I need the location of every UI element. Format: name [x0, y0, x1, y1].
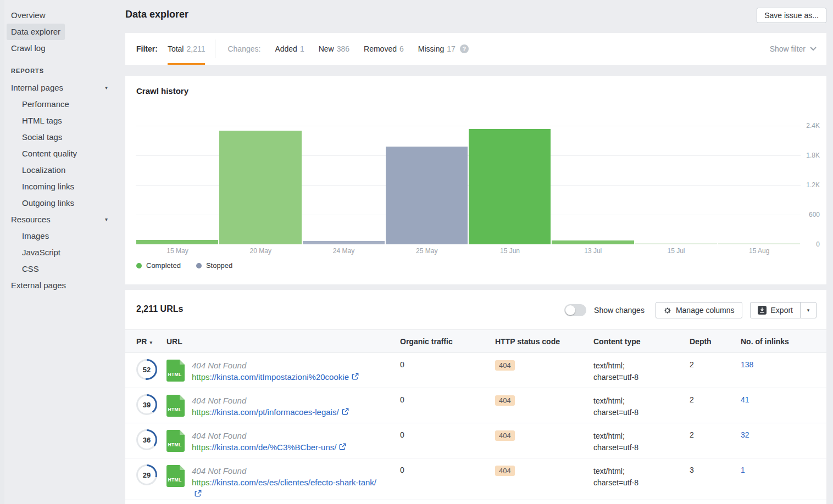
tab-count: 17 — [447, 44, 456, 53]
external-link-icon[interactable] — [339, 443, 346, 450]
urls-count: 2,211 URLs — [136, 304, 183, 314]
column-header-content-type[interactable]: Content type — [593, 337, 690, 346]
html-file-icon-label: HTML — [166, 442, 183, 447]
page-header: Data explorer Save issue as... — [125, 0, 826, 33]
column-header-label: HTTP status code — [495, 337, 560, 346]
content-type-value: text/html; charset=utf-8 — [593, 395, 654, 418]
sidebar-item-external-pages[interactable]: External pages — [7, 277, 112, 294]
chevron-down-icon — [810, 47, 817, 51]
crawl-bar-15-jul[interactable] — [635, 243, 717, 244]
chart-title: Crawl history — [136, 86, 188, 96]
http-status-cell: 404 — [495, 423, 593, 441]
content-type-cell: text/html; charset=utf-8 — [593, 458, 690, 489]
sidebar-item-images[interactable]: Images — [18, 228, 53, 244]
column-header-url[interactable]: URL — [166, 337, 400, 346]
sidebar-item-data-explorer[interactable]: Data explorer — [7, 24, 65, 40]
filter-tab-missing[interactable]: Missing17? — [418, 33, 469, 65]
crawl-bar-25-may[interactable] — [386, 147, 468, 244]
depth-cell: 2 — [690, 353, 741, 369]
legend-dot-icon — [136, 263, 142, 268]
page-404-title: 404 Not Found — [192, 360, 359, 371]
caret-down-icon[interactable]: ▾ — [105, 80, 108, 96]
sidebar-item-incoming-links[interactable]: Incoming links — [18, 178, 79, 195]
sidebar-item-html-tags[interactable]: HTML tags — [18, 113, 66, 129]
external-link-icon[interactable] — [352, 373, 359, 380]
sidebar-item-outgoing-links[interactable]: Outgoing links — [18, 195, 79, 211]
url-scheme: https — [192, 443, 210, 452]
external-link-icon[interactable] — [195, 490, 202, 497]
crawl-bar-15-may[interactable] — [136, 240, 218, 244]
chart-x-tick: 20 May — [219, 247, 302, 255]
sidebar-item-localization[interactable]: Localization — [18, 162, 70, 178]
crawl-bar-13-jul[interactable] — [552, 240, 634, 244]
html-file-icon-label: HTML — [166, 477, 183, 483]
organic-traffic-cell: 0 — [400, 423, 495, 439]
url-link[interactable]: https://kinsta.com/itImpostazioni%20cook… — [192, 371, 359, 383]
crawl-bar-20-may[interactable] — [219, 131, 301, 244]
show-changes-toggle[interactable] — [564, 304, 586, 316]
chart-x-axis: 15 May20 May24 May25 May15 Jun13 Jul15 J… — [136, 247, 801, 256]
sidebar: OverviewData explorerCrawl log REPORTS I… — [4, 7, 125, 294]
sidebar-item-social-tags[interactable]: Social tags — [18, 129, 66, 145]
sidebar-item-crawl-log[interactable]: Crawl log — [7, 40, 50, 57]
sort-caret-icon[interactable]: ▾ — [149, 340, 152, 345]
crawl-bar-15-aug[interactable] — [718, 243, 800, 244]
url-cell: HTML404 Not Foundhttps://kinsta.com/itIm… — [166, 353, 400, 383]
sidebar-item-resources[interactable]: Resources▾ — [7, 211, 112, 228]
export-button[interactable]: Export — [750, 302, 801, 318]
filter-bar: Filter: Total2,211 Changes: Added1New386… — [125, 33, 826, 65]
manage-columns-button[interactable]: Manage columns — [656, 302, 742, 318]
toggle-knob — [565, 305, 575, 315]
sidebar-item-css[interactable]: CSS — [18, 261, 43, 277]
legend-item-stopped[interactable]: Stopped — [196, 261, 232, 270]
pr-score-ring: 39 — [136, 394, 157, 415]
help-icon[interactable]: ? — [460, 44, 469, 53]
show-filter-button[interactable]: Show filter — [770, 44, 826, 53]
chart-x-tick: 25 May — [385, 247, 469, 255]
url-link[interactable]: https://kinsta.com/de/%C3%BCber-uns/ — [192, 441, 346, 453]
url-scheme: https — [192, 372, 210, 382]
inlinks-link[interactable]: 41 — [741, 388, 826, 404]
left-scrollbar[interactable] — [0, 0, 4, 504]
url-link[interactable]: https://kinsta.com/es/es/clientes/efecto… — [192, 477, 385, 500]
column-header-no-of-inlinks[interactable]: No. of inlinks — [741, 337, 826, 346]
chart-legend: CompletedStopped — [136, 261, 232, 270]
url-cell: HTML404 Not Foundhttps://kinsta.com/es/e… — [166, 458, 400, 500]
page-404-title: 404 Not Found — [192, 395, 349, 406]
external-link-icon[interactable] — [342, 408, 349, 415]
column-header-organic-traffic[interactable]: Organic traffic — [400, 337, 495, 346]
status-code-badge: 404 — [495, 466, 515, 476]
crawl-bar-15-jun[interactable] — [469, 129, 551, 244]
sidebar-item-internal-pages[interactable]: Internal pages▾ — [7, 80, 112, 96]
table-row: 52HTML404 Not Foundhttps://kinsta.com/it… — [125, 353, 826, 388]
filter-tab-total[interactable]: Total2,211 — [168, 33, 206, 65]
url-text-block: 404 Not Foundhttps://kinsta.com/es/es/cl… — [192, 465, 385, 500]
column-header-http-status-code[interactable]: HTTP status code — [495, 337, 593, 346]
filter-tab-new[interactable]: New386 — [319, 33, 349, 65]
column-header-depth[interactable]: Depth — [690, 337, 741, 346]
url-link[interactable]: https://kinsta.com/pt/informacoes-legais… — [192, 406, 349, 418]
html-file-icon-label: HTML — [166, 372, 183, 377]
column-header-pr[interactable]: PR▾ — [136, 337, 166, 346]
inlinks-link[interactable]: 138 — [741, 353, 826, 369]
inlinks-link[interactable]: 1 — [741, 458, 826, 474]
sidebar-item-javascript[interactable]: JavaScript — [18, 244, 65, 261]
filter-tab-removed[interactable]: Removed6 — [364, 33, 404, 65]
inlinks-link[interactable]: 32 — [741, 423, 826, 439]
legend-dot-icon — [196, 263, 202, 268]
export-dropdown-button[interactable]: ▾ — [800, 302, 817, 318]
crawl-bar-24-may[interactable] — [303, 241, 385, 244]
sidebar-item-performance[interactable]: Performance — [18, 96, 74, 113]
export-split-button: Export ▾ — [750, 302, 817, 318]
save-issue-button[interactable]: Save issue as... — [757, 8, 826, 23]
html-file-icon: HTML — [166, 465, 185, 487]
sidebar-item-overview[interactable]: Overview — [7, 7, 50, 24]
chart-y-tick: 1.2K — [798, 181, 820, 189]
table-row: 36HTML404 Not Foundhttps://kinsta.com/de… — [125, 423, 826, 458]
caret-down-icon[interactable]: ▾ — [105, 212, 108, 227]
legend-item-completed[interactable]: Completed — [136, 261, 181, 270]
sidebar-item-content-quality[interactable]: Content quality — [18, 145, 81, 162]
chart-x-tick: 24 May — [302, 247, 386, 255]
sidebar-section-reports: REPORTS — [11, 64, 125, 77]
filter-tab-added[interactable]: Added1 — [275, 33, 304, 65]
